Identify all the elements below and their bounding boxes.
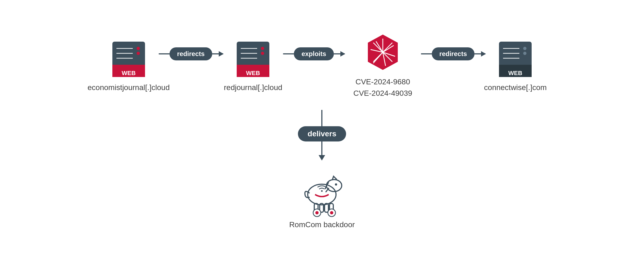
svg-point-40 [335,183,337,186]
connector-label-redirects-1: redirects [170,47,212,60]
connector-label-exploits: exploits [294,47,334,60]
svg-point-37 [308,184,336,205]
svg-point-48 [330,211,333,214]
connector-2: exploits [283,47,345,85]
server-icon-2: WEB [235,40,271,78]
label-redjournal: redjournal[.]cloud [224,83,282,92]
svg-point-6 [137,47,140,50]
svg-point-15 [261,47,264,50]
label-economistjournal: economistjournal[.]cloud [88,83,170,92]
svg-text:WEB: WEB [122,70,135,76]
bottom-delivery-section: delivers [289,107,355,229]
svg-point-16 [261,52,264,55]
server-icon-4: WEB [498,40,533,78]
connector-1: redirects [159,47,223,85]
node-economistjournal: WEB economistjournal[.]cloud [99,40,159,92]
svg-point-35 [523,52,526,55]
delivers-label: delivers [298,126,346,141]
server-icon-1: WEB [111,40,146,78]
connector-3: redirects [421,47,485,85]
exploit-hex-icon [364,33,402,71]
svg-text:WEB: WEB [509,70,522,76]
connector-label-redirects-2: redirects [432,47,474,60]
node-redjournal: WEB redjournal[.]cloud [223,40,283,92]
vertical-delivers-connector: delivers [298,110,346,161]
svg-text:WEB: WEB [246,70,260,76]
trojan-horse-icon [295,163,349,218]
node-cve-exploit: CVE-2024-9680 CVE-2024-49039 [345,33,421,99]
label-connectwise: connectwise[.]com [484,83,547,92]
node-connectwise: WEB connectwise[.]com [485,40,545,92]
svg-point-34 [523,47,526,50]
label-cve: CVE-2024-9680 CVE-2024-49039 [353,76,412,99]
svg-point-46 [315,211,319,214]
label-romcom: RomCom backdoor [289,220,355,229]
svg-point-7 [137,52,140,55]
attack-chain-diagram: WEB economistjournal[.]cloud redirects W… [0,22,644,240]
top-flow-row: WEB economistjournal[.]cloud redirects W… [99,33,545,99]
svg-point-49 [321,190,323,192]
